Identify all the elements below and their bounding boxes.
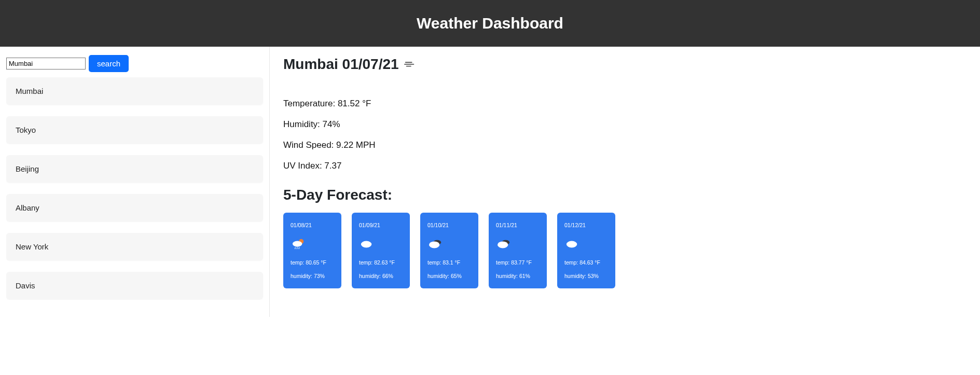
search-row: search <box>6 55 263 72</box>
svg-point-10 <box>429 241 439 248</box>
history-item[interactable]: Beijing <box>6 155 263 183</box>
history-item[interactable]: Tokyo <box>6 116 263 144</box>
search-button[interactable]: search <box>89 55 129 72</box>
forecast-card: 01/12/21 temp: 84.63 °F humidity: 53% <box>557 213 615 288</box>
forecast-card: 01/08/21 temp: 80.65 °F humidity: 73% <box>283 213 341 288</box>
forecast-card: 01/10/21 temp: 83.1 °F humidity: 65% <box>420 213 478 288</box>
forecast-temp: temp: 83.77 °F <box>496 259 540 266</box>
forecast-card: 01/09/21 temp: 82.63 °F humidity: 66% <box>352 213 410 288</box>
sidebar: search Mumbai Tokyo Beijing Albany New Y… <box>0 47 270 317</box>
app-title: Weather Dashboard <box>0 15 980 32</box>
svg-line-7 <box>299 247 299 249</box>
svg-point-8 <box>361 241 371 248</box>
forecast-humidity: humidity: 61% <box>496 273 540 279</box>
app-header: Weather Dashboard <box>0 0 980 47</box>
forecast-title: 5-Day Forecast: <box>283 187 967 203</box>
current-humidity: Humidity: 74% <box>283 119 967 130</box>
main-panel: Mumbai 01/07/21 Temperature: 81.52 °F Hu… <box>270 47 980 317</box>
svg-line-5 <box>295 247 296 249</box>
current-weather-header: Mumbai 01/07/21 <box>283 56 967 73</box>
history-item[interactable]: Davis <box>6 272 263 299</box>
current-wind: Wind Speed: 9.22 MPH <box>283 140 967 150</box>
broken-clouds-icon <box>427 238 471 251</box>
forecast-temp: temp: 84.63 °F <box>564 259 608 266</box>
svg-point-4 <box>293 241 302 247</box>
forecast-temp: temp: 82.63 °F <box>359 259 403 266</box>
forecast-humidity: humidity: 65% <box>427 273 471 279</box>
forecast-humidity: humidity: 73% <box>291 273 334 279</box>
broken-clouds-icon <box>496 238 540 251</box>
history-item[interactable]: New York <box>6 233 263 260</box>
forecast-humidity: humidity: 66% <box>359 273 403 279</box>
current-uv: UV Index: 7.37 <box>283 161 967 171</box>
forecast-date: 01/09/21 <box>359 222 403 228</box>
current-city-date: Mumbai 01/07/21 <box>283 56 399 73</box>
current-temperature: Temperature: 81.52 °F <box>283 99 967 109</box>
history-item[interactable]: Mumbai <box>6 77 263 105</box>
forecast-date: 01/11/21 <box>496 222 540 228</box>
history-item[interactable]: Albany <box>6 194 263 221</box>
forecast-date: 01/10/21 <box>427 222 471 228</box>
svg-point-12 <box>498 241 508 248</box>
svg-line-6 <box>297 247 297 249</box>
cloud-icon <box>359 238 403 251</box>
forecast-temp: temp: 83.1 °F <box>427 259 471 266</box>
cloud-icon <box>564 238 608 251</box>
forecast-card: 01/11/21 temp: 83.77 °F humidity: 61% <box>489 213 547 288</box>
search-input[interactable] <box>6 58 86 70</box>
few-clouds-rain-icon <box>291 238 334 251</box>
wind-icon <box>404 58 416 71</box>
forecast-date: 01/12/21 <box>564 222 608 228</box>
forecast-humidity: humidity: 53% <box>564 273 608 279</box>
current-stats: Temperature: 81.52 °F Humidity: 74% Wind… <box>283 99 967 171</box>
forecast-row: 01/08/21 temp: 80.65 °F humidity: 73% 01… <box>283 213 967 288</box>
forecast-date: 01/08/21 <box>291 222 334 228</box>
forecast-temp: temp: 80.65 °F <box>291 259 334 266</box>
svg-point-13 <box>567 241 577 248</box>
